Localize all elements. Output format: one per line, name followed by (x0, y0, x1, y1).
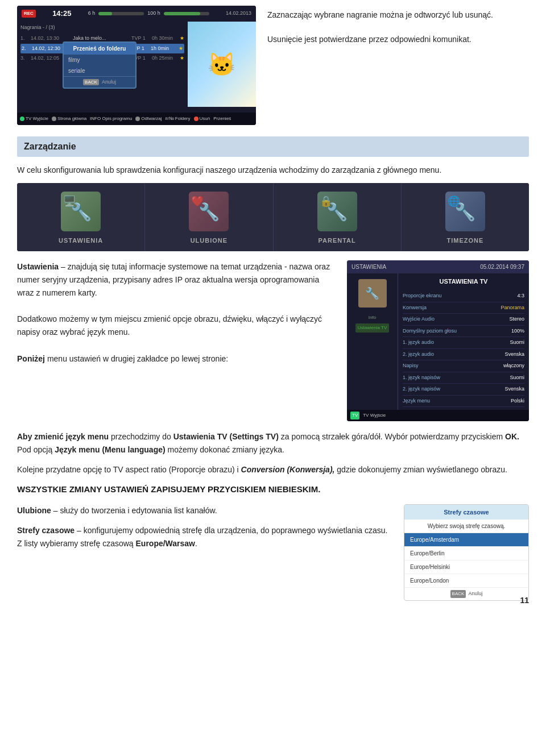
top-para2: Usunięcie jest potwierdzane przez odpowi… (267, 33, 529, 45)
ss-row-proporcje: Proporcje ekranu 4:3 (403, 290, 524, 302)
ss-row-menu: Język menu Polski (403, 396, 524, 408)
strefy-text2: . (195, 539, 197, 548)
tv-time: 14:25 (52, 8, 71, 19)
ss-row-lang2: 2. język audio Svenska (403, 349, 524, 361)
bs-item-amsterdam[interactable]: Europe/Amsterdam (404, 533, 528, 547)
ss-row-val-5: Svenska (504, 351, 524, 359)
lang-para2: za pomocą strzałek góra/dół. Wybór potwi… (279, 432, 503, 441)
ss-row-val-6: włączony (503, 362, 524, 370)
ss-sidebar-icon: 🔧 (358, 279, 387, 308)
ss-row-val-7: Suomi (510, 374, 524, 382)
dialog-item-seriale[interactable]: seriale (64, 65, 135, 76)
language-para: Aby zmienić język menu przechodzimy do U… (17, 430, 529, 456)
strefy-para: Strefy czasowe – konfigurujemy odpowiedn… (17, 524, 392, 550)
menu-label-parental: PARENTAL (279, 236, 395, 246)
menu-icon-ustawienia[interactable]: 🔧 🖥️ USTAWIENIA (17, 183, 145, 251)
strefy-bold2: Europe/Warsaw (136, 539, 196, 548)
progress-100h: 100 h (147, 10, 160, 18)
lang-bold4: Język menu (Menu language) (55, 445, 165, 454)
ulubione-text: – służy do tworzenia i edytowania list k… (51, 506, 217, 515)
conv-para1: Kolejne przydatne opcję to TV aspect rat… (17, 465, 239, 474)
conv-bold: Conversion (Konwersja), (241, 465, 335, 474)
settings-screenshot: USTAWIENIA 05.02.2014 09:37 🔧 Info Ustaw… (347, 260, 529, 421)
ss-header-right: 05.02.2014 09:37 (480, 263, 524, 271)
ss-bottom: TV TV Wyjście (347, 410, 529, 421)
menu-label-timezone: TIMEZONE (407, 236, 523, 246)
bs-header: Strefy czasowe (404, 505, 528, 520)
timezone-screenshot: Strefy czasowe Wybierz swoją strefę czas… (404, 504, 529, 601)
dialog-item-filmy[interactable]: filmy (64, 55, 135, 65)
lang-bold1: Aby zmienić język menu (17, 432, 109, 441)
bs-subtitle: Wybierz swoją strefę czasową. (404, 520, 528, 533)
section-zarzadzanie-header: Zarządzanie (17, 136, 529, 157)
ss-row-val-2: Stereo (509, 315, 524, 323)
menu-icon-ulubione[interactable]: 🔧 ❤️ ULUBIONE (145, 183, 273, 251)
rec-indicator: REC (22, 10, 36, 18)
lang-para3: Pod opcją (17, 445, 52, 454)
tv-thumbnail: 🐱 (188, 22, 256, 107)
tv-screenshot-top: REC 14:25 6 h 100 h 14.02.2013 (17, 6, 256, 125)
bottom-text: Ulubione – służy do tworzenia i edytowan… (17, 504, 392, 557)
bs-item-london[interactable]: Europe/London (404, 574, 528, 588)
ss-row-val-4: Suomi (510, 339, 524, 347)
ss-row-val-3: 100% (511, 327, 524, 335)
bs-cancel-label: Anuluj (468, 590, 482, 598)
ss-row-lang1: 1. język audio Suomi (403, 337, 524, 349)
settings-para2: Dodatkowo możemy w tym miejscu zmienić o… (17, 313, 336, 339)
ss-row-val-1: Panorama (500, 304, 524, 312)
recordings-label: Nagrania - / (3) (20, 24, 184, 32)
progress-6h: 6 h (88, 10, 96, 18)
settings-para3: Poniżej menu ustawień w drugiej zakładce… (17, 352, 336, 365)
settings-bold1: Ustawienia (17, 262, 59, 271)
ss-row-label-8: 2. język napisów (403, 385, 440, 393)
settings-bold3: Poniżej (17, 354, 45, 363)
ss-bottom-btn[interactable]: TV Wyjście (363, 412, 386, 419)
top-para1: Zaznaczając wybrane nagranie można je od… (267, 9, 529, 21)
bs-cancel[interactable]: BACK Anuluj (404, 588, 528, 600)
ss-row-label-9: Język menu (403, 397, 430, 405)
ss-info-label[interactable]: Info (369, 314, 376, 321)
ss-row-napl1: 1. język napisów Suomi (403, 372, 524, 384)
settings-description: Ustawienia – znajdują się tutaj informac… (17, 260, 336, 421)
tv-date: 14.02.2013 (226, 10, 251, 18)
bs-item-helsinki[interactable]: Europe/Helsinki (404, 560, 528, 574)
menu-label-ulubione: ULUBIONE (151, 236, 267, 246)
ss-row-napl2: 2. język napisów Svenska (403, 384, 524, 396)
ss-main: USTAWIENIA TV Proporcje ekranu 4:3 Konwe… (398, 273, 529, 410)
bs-item-berlin[interactable]: Europe/Berlin (404, 547, 528, 560)
menu-icon-timezone[interactable]: 🔧 🌐 TIMEZONE (402, 183, 529, 251)
ss-active-label[interactable]: Ustawienia TV (355, 323, 389, 333)
ss-row-label-1: Konwersja (403, 304, 427, 312)
ss-sidebar: 🔧 Info Ustawienia TV (347, 273, 398, 410)
lang-para4: możemy dokonać zmiany języka. (166, 445, 284, 454)
important-text: WSZYSTKIE ZMIANY USTAWIEŃ ZAPISUJEMY PRZ… (17, 483, 529, 496)
lang-bold2: Ustawienia TV (Settings TV) (173, 432, 279, 441)
ss-row-glos: Domyślny poziom głosu 100% (403, 326, 524, 338)
ss-row-label-2: Wyjście Audio (403, 315, 435, 323)
settings-para1: Ustawienia – znajdują się tutaj informac… (17, 260, 336, 300)
ss-row-label-3: Domyślny poziom głosu (403, 327, 457, 335)
menu-icons-row: 🔧 🖥️ USTAWIENIA 🔧 ❤️ ULUBIONE 🔧 🔒 PARENT… (17, 183, 529, 251)
menu-icon-parental[interactable]: 🔧 🔒 PARENTAL (274, 183, 402, 251)
ss-header-left: USTAWIENIA (351, 263, 386, 271)
ss-row-label-6: Napisy (403, 362, 419, 370)
ss-row-val-0: 4:3 (517, 292, 524, 300)
ulubione-para: Ulubione – służy do tworzenia i edytowan… (17, 504, 392, 517)
cat-icon: 🐱 (208, 47, 236, 81)
tv-bottom-bar: TV Wyjście Strona główna INFO Opis progr… (17, 113, 256, 125)
conversion-para: Kolejne przydatne opcję to TV aspect rat… (17, 463, 529, 476)
ss-main-title: USTAWIENIA TV (403, 277, 524, 286)
ss-row-val-8: Svenska (504, 385, 524, 393)
ss-row-label-0: Proporcje ekranu (403, 292, 442, 300)
conv-para2: gdzie dokonujemy zmian wyświetlanego obr… (337, 465, 507, 474)
menu-label-ustawienia: USTAWIENIA (23, 236, 139, 246)
settings-para1-rest: – znajdują się tutaj informacje systemow… (17, 262, 330, 297)
strefy-bold: Strefy czasowe (17, 526, 75, 535)
ss-row-label-4: 1. język audio (403, 339, 434, 347)
dialog-title: Przenieś do folderu (64, 43, 135, 55)
ss-row-label-5: 2. język audio (403, 351, 434, 359)
dialog-cancel[interactable]: BACK Anuluj (64, 76, 135, 88)
top-right-description: Zaznaczając wybrane nagranie można je od… (267, 6, 529, 125)
lang-bold3: OK. (505, 432, 519, 441)
folder-dialog: Przenieś do folderu filmy seriale BACK A… (63, 41, 136, 89)
